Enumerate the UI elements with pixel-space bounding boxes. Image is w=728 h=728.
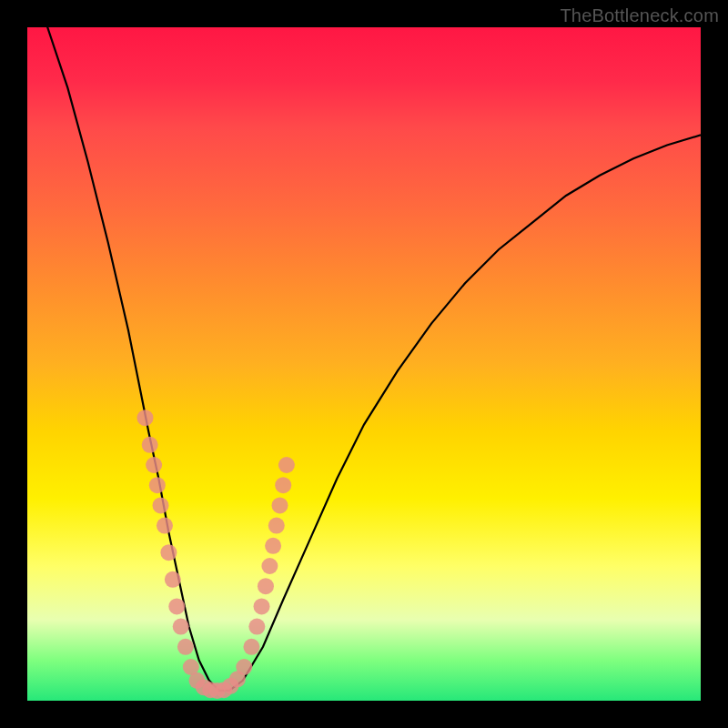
sample-dot	[149, 477, 166, 493]
sample-dot	[265, 538, 281, 554]
sample-dot	[137, 410, 154, 426]
sample-dot	[254, 598, 270, 614]
chart-svg	[27, 27, 701, 701]
sample-dot	[142, 437, 158, 453]
sample-dot	[236, 659, 252, 675]
sample-dot	[248, 619, 265, 635]
sample-dot	[173, 619, 189, 635]
bottleneck-curve	[27, 27, 701, 691]
sample-dot	[160, 544, 177, 561]
sample-dots-group	[137, 410, 295, 699]
watermark-text: TheBottleneck.com	[560, 5, 719, 26]
sample-dot	[157, 518, 173, 534]
sample-dot	[261, 558, 278, 574]
sample-dot	[177, 639, 194, 655]
sample-dot	[258, 578, 274, 594]
sample-dot	[146, 457, 162, 473]
plot-area	[27, 27, 701, 701]
sample-dot	[275, 477, 291, 493]
sample-dot	[168, 598, 185, 614]
sample-dot	[268, 518, 285, 534]
sample-dot	[165, 571, 181, 588]
sample-dot	[272, 497, 288, 513]
sample-dot	[278, 457, 295, 473]
sample-dot	[243, 639, 259, 655]
sample-dot	[153, 497, 169, 513]
chart-container: TheBottleneck.com	[0, 0, 728, 728]
